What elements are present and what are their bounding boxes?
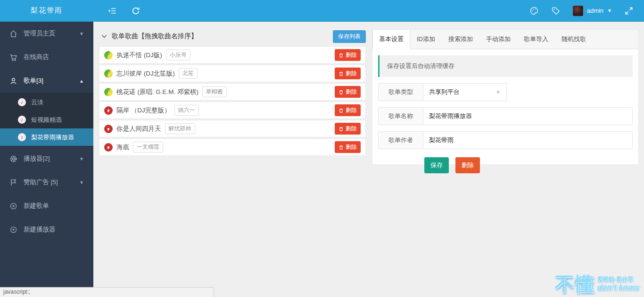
user-icon xyxy=(9,77,17,85)
playlist-author-label: 歌单作者 xyxy=(379,132,423,149)
sidebar: 管理员主页▼在线商店歌单[3]▲♪云淡♪短视频精选♪梨花带雨播放器播放器[2]▼… xyxy=(0,22,93,297)
song-row[interactable]: ♪海底一支榴莲删除 xyxy=(99,138,366,156)
sidebar-item-label: 管理员主页 xyxy=(24,29,56,38)
avatar xyxy=(573,6,583,16)
sidebar-item-players[interactable]: 播放器[2]▼ xyxy=(0,147,93,170)
playlist-name-input[interactable] xyxy=(429,113,627,120)
refresh-icon[interactable] xyxy=(131,6,140,16)
delete-song-button[interactable]: 删除 xyxy=(335,86,361,98)
song-row[interactable]: ♪忘川彼岸 (DJ北笙版)北笙删除 xyxy=(99,65,366,82)
sidebar-item-admin-home[interactable]: 管理员主页▼ xyxy=(0,22,93,45)
music-platform-icon: ♪ xyxy=(104,69,113,78)
song-name: 隔岸 （DJ完整版） xyxy=(116,106,171,115)
sidebar-subitem-short-video[interactable]: ♪短视频精选 xyxy=(0,111,93,128)
main-content: 歌单歌曲【拖拽歌曲名排序】 保存列表 ♪执迷不悟 (DJ版)小乐哥删除♪忘川彼岸… xyxy=(93,22,644,297)
notice-box: 保存设置后自动清理缓存 xyxy=(378,55,633,77)
flag-icon xyxy=(9,178,17,187)
tab-basic-settings[interactable]: 基本设置 xyxy=(372,30,410,49)
sidebar-subitem-yundan[interactable]: ♪云淡 xyxy=(0,93,93,111)
form-buttons: 保存 删除 xyxy=(424,157,633,173)
music-platform-icon: ♪ xyxy=(104,88,113,96)
song-list-header: 歌单歌曲【拖拽歌曲名排序】 保存列表 xyxy=(99,29,366,43)
song-name: 你是人间四月天 xyxy=(116,125,161,133)
admin-username: admin xyxy=(587,7,603,14)
chevron-down-icon: ▼ xyxy=(79,31,84,36)
playlist-author-row: 歌单作者 xyxy=(378,131,633,149)
music-note-icon: ♪ xyxy=(18,98,26,106)
delete-button[interactable]: 删除 xyxy=(455,157,480,173)
delete-song-button[interactable]: 删除 xyxy=(335,123,361,135)
topbar: 梨花带雨 xyxy=(0,0,644,22)
song-name: 桃花诺 (原唱: G.E.M. 邓紫棋) xyxy=(116,88,198,96)
music-note-icon: ♪ xyxy=(18,133,26,141)
song-row[interactable]: ♪隔岸 （DJ完整版）姚六一删除 xyxy=(99,102,366,119)
sidebar-item-sponsor-ads[interactable]: 赞助广告 [5]▼ xyxy=(0,170,93,194)
artist-tag: 一支榴莲 xyxy=(133,142,163,153)
song-row[interactable]: ♪你是人间四月天解忧邵帅删除 xyxy=(99,120,366,137)
tab-search-add[interactable]: 搜索添加 xyxy=(442,30,479,49)
app-logo: 梨花带雨 xyxy=(0,6,93,15)
save-list-button[interactable]: 保存列表 xyxy=(333,30,366,43)
song-rows: ♪执迷不悟 (DJ版)小乐哥删除♪忘川彼岸 (DJ北笙版)北笙删除♪桃花诺 (原… xyxy=(99,46,366,156)
delete-song-button[interactable]: 删除 xyxy=(335,141,361,153)
playlist-author-input[interactable] xyxy=(429,137,627,144)
sidebar-subitem-label: 短视频精选 xyxy=(31,116,62,124)
artist-tag: 草帽酱 xyxy=(202,86,227,97)
sidebar-item-new-player[interactable]: 新建播放器 xyxy=(0,218,93,241)
chevron-up-icon: ▲ xyxy=(79,78,84,84)
delete-song-button[interactable]: 删除 xyxy=(335,68,361,79)
song-list-panel: 歌单歌曲【拖拽歌曲名排序】 保存列表 ♪执迷不悟 (DJ版)小乐哥删除♪忘川彼岸… xyxy=(99,29,366,297)
settings-tabs: 基本设置ID添加搜索添加手动添加歌单导入随机找歌 xyxy=(372,30,638,49)
playlist-type-label: 歌单类型 xyxy=(379,84,423,101)
playlist-name-label: 歌单名称 xyxy=(379,108,423,125)
sidebar-item-label: 赞助广告 [5] xyxy=(24,178,58,187)
collapse-chevron-icon[interactable] xyxy=(101,33,107,40)
sidebar-subitem-label: 梨花带雨播放器 xyxy=(31,133,74,142)
admin-menu[interactable]: admin ▼ xyxy=(573,6,612,16)
music-note-icon: ♪ xyxy=(18,116,26,124)
artist-tag: 解忧邵帅 xyxy=(165,123,195,134)
tab-id-add[interactable]: ID添加 xyxy=(410,30,442,49)
tab-random-find[interactable]: 随机找歌 xyxy=(555,30,593,49)
song-row[interactable]: ♪桃花诺 (原唱: G.E.M. 邓紫棋)草帽酱删除 xyxy=(99,83,366,101)
song-list-title: 歌单歌曲【拖拽歌曲名排序】 xyxy=(112,32,198,41)
music-platform-icon: ♪ xyxy=(104,125,113,133)
sidebar-item-online-store[interactable]: 在线商店 xyxy=(0,45,93,69)
tab-manual-add[interactable]: 手动添加 xyxy=(479,30,517,49)
home-icon xyxy=(9,30,17,38)
sidebar-toggle-icon[interactable] xyxy=(107,6,117,16)
song-row[interactable]: ♪执迷不悟 (DJ版)小乐哥删除 xyxy=(99,46,366,64)
trash-icon xyxy=(339,89,344,95)
delete-song-button[interactable]: 删除 xyxy=(335,49,361,61)
fullscreen-icon[interactable] xyxy=(624,6,634,16)
sidebar-nav: 管理员主页▼在线商店歌单[3]▲♪云淡♪短视频精选♪梨花带雨播放器播放器[2]▼… xyxy=(0,22,93,241)
artist-tag: 姚六一 xyxy=(174,105,199,116)
plus-circle-icon xyxy=(9,202,17,210)
sidebar-subitem-lihua-player[interactable]: ♪梨花带雨播放器 xyxy=(0,128,93,146)
music-platform-icon: ♪ xyxy=(104,143,113,152)
song-name: 忘川彼岸 (DJ北笙版) xyxy=(116,69,175,78)
chevron-down-icon: ▼ xyxy=(79,180,84,185)
trash-icon xyxy=(339,71,344,76)
sidebar-item-new-playlist[interactable]: 新建歌单 xyxy=(0,194,93,218)
palette-icon[interactable] xyxy=(529,6,539,16)
sidebar-item-label: 在线商店 xyxy=(24,53,49,61)
delete-song-button[interactable]: 删除 xyxy=(335,104,361,116)
artist-tag: 北笙 xyxy=(179,68,198,79)
music-platform-icon: ♪ xyxy=(104,51,113,59)
status-tooltip: javascript:; xyxy=(0,287,214,297)
sidebar-item-playlists[interactable]: 歌单[3]▲ xyxy=(0,69,93,93)
chevron-down-icon: ▼ xyxy=(495,89,501,95)
settings-panel: 基本设置ID添加搜索添加手动添加歌单导入随机找歌 保存设置后自动清理缓存 歌单类… xyxy=(372,29,639,165)
chevron-down-icon: ▼ xyxy=(79,156,84,161)
playlist-type-select[interactable]: 共享到平台 ▼ xyxy=(423,84,506,101)
tag-icon[interactable] xyxy=(551,6,561,16)
tab-playlist-import[interactable]: 歌单导入 xyxy=(517,30,555,49)
gear-icon xyxy=(9,155,17,163)
trash-icon xyxy=(339,108,344,113)
artist-tag: 小乐哥 xyxy=(166,50,190,60)
save-button[interactable]: 保存 xyxy=(424,157,449,173)
cart-icon xyxy=(9,53,17,61)
playlist-type-value: 共享到平台 xyxy=(429,88,460,96)
trash-icon xyxy=(339,52,344,58)
